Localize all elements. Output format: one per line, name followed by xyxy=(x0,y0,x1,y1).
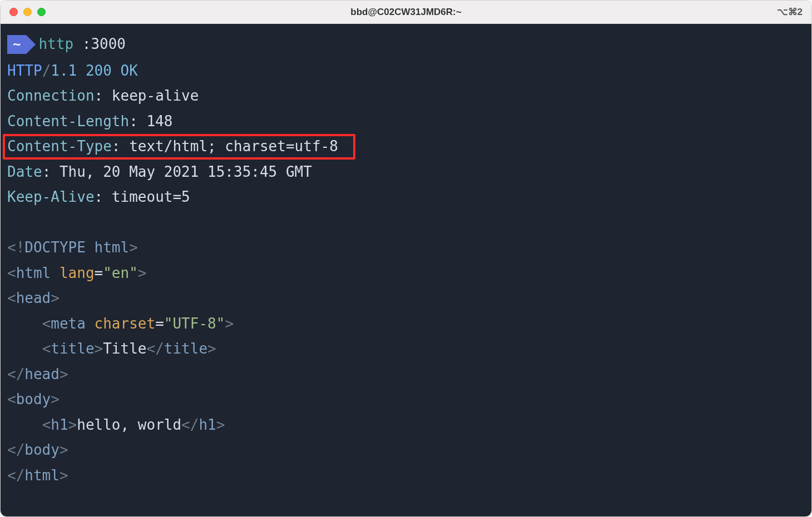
header-content-type: Content-Type: text/html; charset=utf-8 xyxy=(1,134,811,160)
minimize-icon[interactable] xyxy=(23,8,32,16)
head-open: <head> xyxy=(1,286,811,311)
shortcut-hint: ⌥⌘2 xyxy=(777,6,803,18)
terminal-window: bbd@C02CW31JMD6R:~ ⌥⌘2 ~ http :3000 HTTP… xyxy=(0,0,812,517)
head-close: </head> xyxy=(1,362,811,387)
traffic-lights xyxy=(9,8,46,16)
titlebar[interactable]: bbd@C02CW31JMD6R:~ ⌥⌘2 xyxy=(1,1,811,24)
close-icon[interactable] xyxy=(9,8,18,16)
protocol: HTTP xyxy=(7,62,42,79)
status-code: 200 OK xyxy=(86,62,138,79)
header-connection: Connection: keep-alive xyxy=(1,83,811,109)
status-line: HTTP/1.1 200 OK xyxy=(1,58,811,84)
body-open: <body> xyxy=(1,387,811,412)
body-close: </body> xyxy=(1,438,811,463)
prompt-badge: ~ xyxy=(7,35,26,54)
command-name: http xyxy=(38,32,73,57)
header-date: Date: Thu, 20 May 2021 15:35:45 GMT xyxy=(1,160,811,185)
command-arg: :3000 xyxy=(82,32,126,57)
meta-line: <meta charset="UTF-8"> xyxy=(1,311,811,337)
title-line: <title>Title</title> xyxy=(1,336,811,362)
header-content-length: Content-Length: 148 xyxy=(1,109,811,135)
html-open: <html lang="en"> xyxy=(1,261,811,286)
blank-line xyxy=(1,210,811,236)
h1-line: <h1>hello, world</h1> xyxy=(1,412,811,438)
http-version: 1.1 xyxy=(51,62,77,79)
prompt-line: ~ http :3000 xyxy=(1,32,811,57)
html-close: </html> xyxy=(1,463,811,489)
html-doctype: <!DOCTYPE html> xyxy=(1,235,811,261)
window-title: bbd@C02CW31JMD6R:~ xyxy=(350,7,461,18)
terminal-body[interactable]: ~ http :3000 HTTP/1.1 200 OK Connection:… xyxy=(1,24,811,516)
maximize-icon[interactable] xyxy=(37,8,46,16)
header-keep-alive: Keep-Alive: timeout=5 xyxy=(1,185,811,210)
